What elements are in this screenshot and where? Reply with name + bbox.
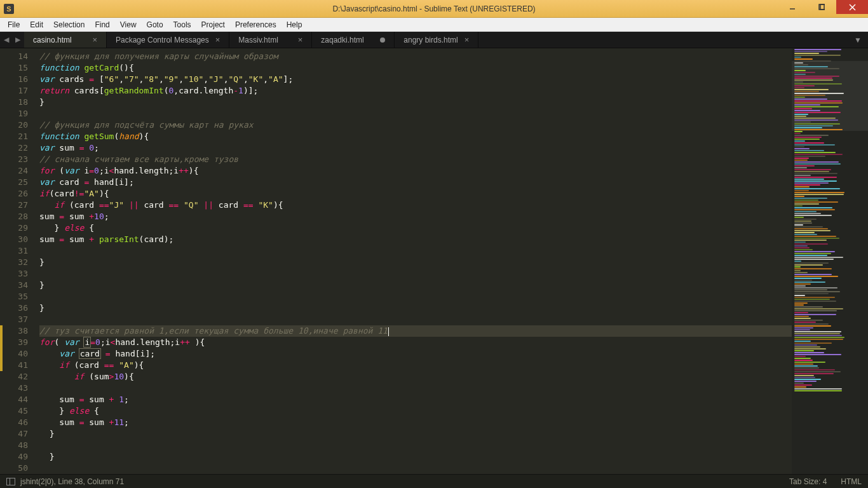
status-syntax[interactable]: HTML xyxy=(841,477,862,486)
line-number[interactable]: 44 xyxy=(0,394,28,405)
code-line[interactable]: var cards = ["6","7","8","9","10","J","Q… xyxy=(39,74,792,85)
code-line[interactable]: } xyxy=(39,257,792,268)
arrow-right-icon[interactable]: ▶ xyxy=(15,36,20,44)
line-number[interactable]: 45 xyxy=(0,405,28,417)
tab-close-icon[interactable]: × xyxy=(92,35,97,44)
code-line[interactable]: } xyxy=(39,428,792,440)
code-line[interactable] xyxy=(39,291,792,302)
tab-dropdown-icon[interactable]: ▼ xyxy=(848,32,868,48)
minimize-button[interactable] xyxy=(778,0,807,14)
tab-casino-html[interactable]: casino.html× xyxy=(24,32,107,48)
menu-selection[interactable]: Selection xyxy=(48,19,90,30)
line-number-gutter[interactable]: 1415161718192021222324252627282930313233… xyxy=(0,48,36,474)
code-line[interactable]: } else { xyxy=(39,222,792,234)
line-number[interactable]: 42 xyxy=(0,371,28,383)
tab-close-icon[interactable]: × xyxy=(298,35,303,44)
line-number[interactable]: 33 xyxy=(0,268,28,280)
line-number[interactable]: 17 xyxy=(0,85,28,97)
code-line[interactable]: function getCard(){ xyxy=(39,62,792,74)
line-number[interactable]: 48 xyxy=(0,440,28,451)
code-line[interactable]: } xyxy=(39,97,792,108)
tab-zaqadki-html[interactable]: zaqadki.html xyxy=(312,32,395,48)
tab-angry-birds-html[interactable]: angry birds.html× xyxy=(395,32,478,48)
tab-package-control-messages[interactable]: Package Control Messages× xyxy=(107,32,229,48)
line-number[interactable]: 37 xyxy=(0,314,28,325)
code-line[interactable] xyxy=(39,268,792,280)
line-number[interactable]: 32 xyxy=(0,257,28,268)
menu-file[interactable]: File xyxy=(3,19,25,30)
line-number[interactable]: 29 xyxy=(0,222,28,234)
tab-close-icon[interactable]: × xyxy=(215,35,220,44)
tab-massiv-html[interactable]: Massiv.html× xyxy=(229,32,312,48)
line-number[interactable]: 49 xyxy=(0,451,28,463)
menu-preferences[interactable]: Preferences xyxy=(230,19,281,30)
line-number[interactable]: 27 xyxy=(0,200,28,211)
code-line[interactable]: // функция для получения карты случайным… xyxy=(39,51,792,62)
sidebar-toggle-icon[interactable] xyxy=(6,478,15,485)
line-number[interactable]: 31 xyxy=(0,245,28,257)
code-line[interactable]: // сначала считаем все карты,кроме тузов xyxy=(39,154,792,165)
line-number[interactable]: 18 xyxy=(0,97,28,108)
menu-tools[interactable]: Tools xyxy=(168,19,196,30)
line-number[interactable]: 14 xyxy=(0,51,28,62)
line-number[interactable]: 16 xyxy=(0,74,28,85)
code-line[interactable] xyxy=(39,463,792,474)
line-number[interactable]: 23 xyxy=(0,154,28,165)
code-line[interactable]: // туз считается равной 1,если текущая с… xyxy=(39,325,792,337)
tab-nav-arrows[interactable]: ◀▶ xyxy=(0,32,24,48)
code-line[interactable] xyxy=(39,314,792,325)
line-number[interactable]: 43 xyxy=(0,383,28,394)
tab-close-icon[interactable]: × xyxy=(465,35,470,44)
code-line[interactable]: sum = sum +11; xyxy=(39,417,792,428)
code-line[interactable] xyxy=(39,440,792,451)
line-number[interactable]: 41 xyxy=(0,360,28,371)
code-line[interactable]: } xyxy=(39,302,792,314)
line-number[interactable]: 34 xyxy=(0,280,28,291)
code-line[interactable]: sum = sum + 1; xyxy=(39,394,792,405)
line-number[interactable]: 38 xyxy=(0,325,28,337)
line-number[interactable]: 50 xyxy=(0,463,28,474)
line-number[interactable]: 40 xyxy=(0,348,28,360)
code-editor[interactable]: // функция для получения карты случайным… xyxy=(36,48,792,474)
code-line[interactable]: return cards[getRandomInt(0,card.length-… xyxy=(39,85,792,97)
arrow-left-icon[interactable]: ◀ xyxy=(4,36,9,44)
line-number[interactable]: 24 xyxy=(0,165,28,177)
code-line[interactable] xyxy=(39,383,792,394)
line-number[interactable]: 47 xyxy=(0,428,28,440)
line-number[interactable]: 15 xyxy=(0,62,28,74)
line-number[interactable]: 28 xyxy=(0,211,28,222)
code-line[interactable]: sum = sum +10; xyxy=(39,211,792,222)
menu-goto[interactable]: Goto xyxy=(142,19,168,30)
line-number[interactable]: 25 xyxy=(0,177,28,188)
code-line[interactable] xyxy=(39,108,792,119)
line-number[interactable]: 22 xyxy=(0,142,28,154)
code-line[interactable]: sum = sum + parseInt(card); xyxy=(39,234,792,245)
line-number[interactable]: 39 xyxy=(0,337,28,348)
menu-find[interactable]: Find xyxy=(90,19,114,30)
menu-help[interactable]: Help xyxy=(281,19,308,30)
status-left[interactable]: jshint(2|0), Line 38, Column 71 xyxy=(20,477,124,486)
code-line[interactable]: } xyxy=(39,451,792,463)
code-line[interactable]: } else { xyxy=(39,405,792,417)
code-line[interactable] xyxy=(39,245,792,257)
menu-project[interactable]: Project xyxy=(196,19,230,30)
code-line[interactable]: function getSum(hand){ xyxy=(39,131,792,142)
code-line[interactable]: for( var i=0;i<hand.length;i++ ){ xyxy=(39,337,792,348)
line-number[interactable]: 21 xyxy=(0,131,28,142)
code-line[interactable]: // функция для подсчёта суммы карт на ру… xyxy=(39,119,792,131)
line-number[interactable]: 30 xyxy=(0,234,28,245)
code-line[interactable]: if (card =="J" || card == "Q" || card ==… xyxy=(39,200,792,211)
line-number[interactable]: 26 xyxy=(0,188,28,200)
code-line[interactable]: var card = hand[i]; xyxy=(39,177,792,188)
code-line[interactable]: if(card!="A"){ xyxy=(39,188,792,200)
minimap[interactable] xyxy=(792,48,868,474)
line-number[interactable]: 46 xyxy=(0,417,28,428)
code-line[interactable]: for (var i=0;i<hand.length;i++){ xyxy=(39,165,792,177)
dirty-indicator-icon[interactable] xyxy=(380,37,385,43)
code-line[interactable]: if (card == "A"){ xyxy=(39,360,792,371)
line-number[interactable]: 19 xyxy=(0,108,28,119)
line-number[interactable]: 35 xyxy=(0,291,28,302)
code-line[interactable]: var card = hand[i]; xyxy=(39,348,792,360)
code-line[interactable]: var sum = 0; xyxy=(39,142,792,154)
maximize-button[interactable] xyxy=(807,0,836,14)
